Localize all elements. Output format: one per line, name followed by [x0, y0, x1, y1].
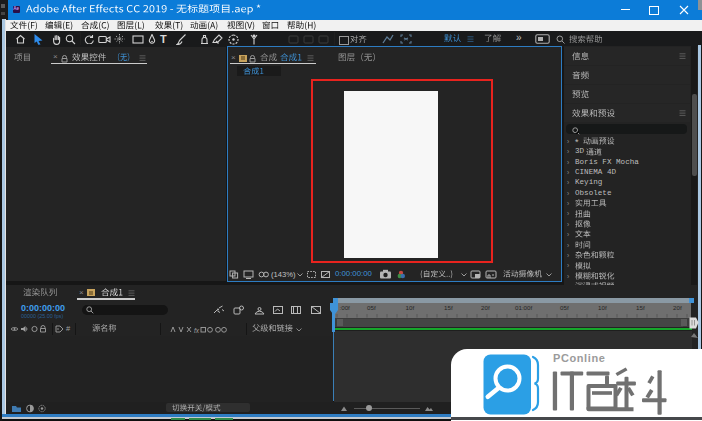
svg-text:fx: fx: [194, 326, 200, 333]
